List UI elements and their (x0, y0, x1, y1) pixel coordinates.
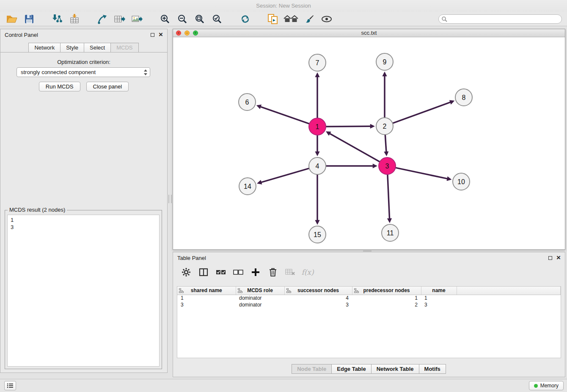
table-cell[interactable]: dominator (236, 295, 284, 301)
tab-network-table[interactable]: Network Table (371, 364, 419, 374)
select-all-columns-button[interactable] (215, 267, 226, 278)
maximize-window-icon[interactable]: + (193, 30, 198, 36)
tab-style[interactable]: Style (60, 43, 84, 52)
control-panel-tabs: Network Style Select MCDS (0, 42, 167, 52)
mcds-result-group: MCDS result (2 nodes) 13 (5, 210, 162, 369)
graph-edge-4-14[interactable] (261, 168, 309, 183)
network-window-titlebar[interactable]: × − + scc.txt (173, 29, 565, 37)
zoom-fit-icon (195, 14, 205, 24)
save-session-button[interactable] (22, 12, 36, 26)
import-table-button[interactable] (68, 12, 81, 26)
show-hide-button[interactable] (320, 12, 333, 26)
style-button[interactable] (303, 12, 316, 26)
tab-select[interactable]: Select (84, 43, 111, 52)
style-brush-icon (304, 14, 314, 24)
gear-icon (182, 268, 191, 277)
search-input[interactable] (438, 14, 562, 24)
search-box[interactable] (438, 14, 562, 24)
column-header-successor-nodes[interactable]: successor nodes (284, 287, 352, 295)
zoom-out-button[interactable] (176, 12, 189, 26)
zoom-out-icon (177, 14, 187, 24)
table-cell[interactable]: 4 (284, 295, 352, 301)
tab-motifs[interactable]: Motifs (419, 364, 446, 374)
window-title: Session: New Session (256, 3, 311, 9)
close-panel-icon[interactable]: × (159, 32, 163, 37)
graph-edge-3-10[interactable] (396, 168, 448, 179)
graph-node-4[interactable]: 4 (309, 157, 326, 174)
graph-node-3[interactable]: 3 (379, 157, 396, 174)
mcds-result-title: MCDS result (2 nodes) (8, 207, 67, 213)
import-network-button[interactable] (50, 12, 64, 26)
graph-node-15[interactable]: 15 (309, 226, 326, 243)
float-table-panel-icon[interactable] (548, 256, 552, 260)
graph-node-11[interactable]: 11 (382, 224, 399, 241)
zoom-fit-button[interactable] (193, 12, 206, 26)
mcds-result-text[interactable]: 13 (7, 215, 160, 367)
column-header-shared-name[interactable]: shared name (177, 287, 236, 295)
mcds-result-line: 1 (11, 216, 156, 224)
svg-text:6: 6 (245, 99, 249, 106)
panel-menu-button[interactable] (4, 381, 16, 390)
graph-node-2[interactable]: 2 (376, 118, 393, 135)
add-column-button[interactable] (250, 267, 261, 278)
delete-table-button[interactable] (285, 267, 296, 278)
import-table-icon (69, 14, 80, 24)
export-table-button[interactable] (113, 12, 127, 26)
tab-edge-table[interactable]: Edge Table (331, 364, 371, 374)
run-mcds-button[interactable]: Run MCDS (39, 82, 80, 91)
zoom-in-button[interactable] (158, 12, 172, 26)
graph-edge-1-2[interactable] (326, 126, 371, 127)
table-cell[interactable]: 3 (421, 301, 457, 308)
unselect-all-columns-button[interactable] (233, 267, 244, 278)
criterion-dropdown-value: strongly connected component (21, 69, 143, 75)
zoom-selected-button[interactable] (210, 12, 224, 26)
float-panel-icon[interactable] (151, 33, 154, 37)
graph-edge-2-3[interactable] (385, 135, 386, 152)
table-cell[interactable]: dominator (236, 301, 284, 308)
delete-column-button[interactable] (267, 267, 278, 278)
graph-node-7[interactable]: 7 (309, 54, 326, 71)
graph-node-8[interactable]: 8 (455, 89, 472, 106)
graph-node-14[interactable]: 14 (239, 178, 256, 195)
apply-function-button[interactable]: f(x) (302, 267, 313, 278)
minimize-window-icon[interactable]: − (184, 30, 190, 36)
table-cell[interactable]: 2 (352, 301, 421, 308)
svg-text:11: 11 (387, 229, 394, 237)
table-cell[interactable]: 1 (177, 295, 236, 301)
table-cell[interactable]: 1 (421, 295, 457, 301)
criterion-dropdown[interactable]: strongly connected component (17, 67, 150, 77)
graph-node-6[interactable]: 6 (239, 94, 256, 110)
close-window-icon[interactable]: × (176, 30, 181, 36)
graph-edge-2-8[interactable] (393, 102, 451, 123)
close-table-panel-icon[interactable]: × (556, 255, 561, 260)
clone-network-button[interactable] (266, 12, 280, 26)
graph-node-1[interactable]: 1 (309, 118, 326, 135)
table-cell[interactable]: 1 (352, 295, 421, 301)
column-header-mcds-role[interactable]: MCDS role (236, 287, 284, 295)
table-cell[interactable]: 3 (284, 301, 352, 308)
refresh-view-button[interactable] (238, 12, 252, 26)
graph-canvas[interactable]: 7968124314101511 (173, 37, 565, 249)
memory-button[interactable]: Memory (529, 381, 564, 390)
split-columns-button[interactable] (198, 267, 209, 278)
export-network-button[interactable] (96, 12, 109, 26)
tab-mcds[interactable]: MCDS (110, 43, 138, 52)
graph-edge-1-6[interactable] (260, 107, 309, 124)
tab-node-table[interactable]: Node Table (292, 364, 332, 374)
graph-edge-3-11[interactable] (388, 174, 390, 219)
column-header-predecessor-nodes[interactable]: predecessor nodes (352, 287, 421, 295)
table-cell[interactable]: 3 (177, 301, 236, 308)
table-row[interactable]: 1dominator411 (177, 295, 561, 301)
export-image-button[interactable] (130, 12, 144, 26)
open-session-button[interactable] (5, 12, 19, 26)
tab-network[interactable]: Network (28, 43, 61, 52)
close-panel-button[interactable]: Close panel (86, 82, 129, 91)
graph-node-9[interactable]: 9 (376, 53, 393, 70)
vertical-splitter-handle[interactable] (168, 195, 172, 203)
table-settings-button[interactable] (181, 267, 192, 278)
graph-edge-3-1[interactable] (329, 133, 380, 162)
table-row[interactable]: 3dominator323 (177, 301, 561, 308)
graph-node-10[interactable]: 10 (453, 173, 470, 190)
home-button[interactable] (284, 12, 299, 26)
column-header-name[interactable]: name (421, 287, 457, 295)
